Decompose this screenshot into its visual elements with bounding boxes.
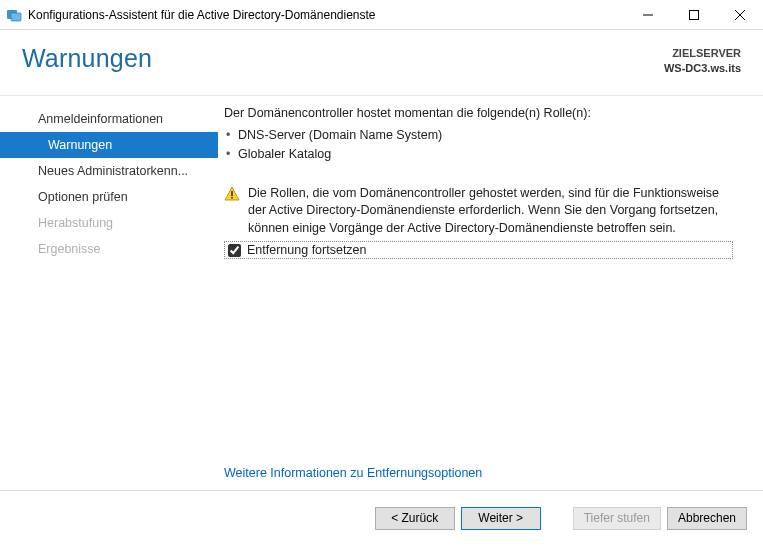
target-server-value: WS-DC3.ws.its <box>664 61 741 76</box>
more-info-link[interactable]: Weitere Informationen zu Entfernungsopti… <box>224 466 482 480</box>
proceed-removal-checkbox[interactable] <box>228 244 241 257</box>
target-server-label: ZIELSERVER <box>664 46 741 61</box>
sidebar-item-warnings[interactable]: Warnungen <box>0 132 218 158</box>
back-button[interactable]: < Zurück <box>375 507 455 530</box>
sidebar-item-demotion: Herabstufung <box>0 210 218 236</box>
close-button[interactable] <box>717 0 763 30</box>
page-title: Warnungen <box>22 44 664 73</box>
warning-icon <box>224 186 240 202</box>
wizard-sidebar: Anmeldeinformationen Warnungen Neues Adm… <box>0 96 218 490</box>
sidebar-item-credentials[interactable]: Anmeldeinformationen <box>0 106 218 132</box>
svg-line-4 <box>735 10 745 20</box>
wizard-header: Warnungen ZIELSERVER WS-DC3.ws.its <box>0 30 763 96</box>
svg-rect-8 <box>231 197 233 199</box>
cancel-button[interactable]: Abbrechen <box>667 507 747 530</box>
wizard-content: Der Domänencontroller hostet momentan di… <box>218 96 763 490</box>
window-title: Konfigurations-Assistent für die Active … <box>28 8 625 22</box>
window-controls <box>625 0 763 30</box>
svg-rect-7 <box>231 191 233 196</box>
titlebar: Konfigurations-Assistent für die Active … <box>0 0 763 30</box>
svg-rect-1 <box>11 13 21 21</box>
svg-line-5 <box>735 10 745 20</box>
proceed-removal-label: Entfernung fortsetzen <box>247 243 367 257</box>
role-item: Globaler Katalog <box>224 145 733 164</box>
next-button[interactable]: Weiter > <box>461 507 541 530</box>
maximize-button[interactable] <box>671 0 717 30</box>
wizard-body: Anmeldeinformationen Warnungen Neues Adm… <box>0 96 763 490</box>
warning-row: Die Rollen, die vom Domänencontroller ge… <box>224 185 733 238</box>
svg-rect-3 <box>690 10 699 19</box>
roles-list: DNS-Server (Domain Name System) Globaler… <box>224 126 733 165</box>
wizard-footer: < Zurück Weiter > Tiefer stufen Abbreche… <box>0 490 763 545</box>
demote-button: Tiefer stufen <box>573 507 661 530</box>
role-item: DNS-Server (Domain Name System) <box>224 126 733 145</box>
warning-text: Die Rollen, die vom Domänencontroller ge… <box>248 185 733 238</box>
proceed-removal-row[interactable]: Entfernung fortsetzen <box>224 241 733 259</box>
intro-text: Der Domänencontroller hostet momentan di… <box>224 106 733 120</box>
minimize-button[interactable] <box>625 0 671 30</box>
app-icon <box>6 7 22 23</box>
sidebar-item-review-options[interactable]: Optionen prüfen <box>0 184 218 210</box>
sidebar-item-results: Ergebnisse <box>0 236 218 262</box>
sidebar-item-new-admin-pw[interactable]: Neues Administratorkenn... <box>0 158 218 184</box>
target-server-block: ZIELSERVER WS-DC3.ws.its <box>664 44 741 76</box>
